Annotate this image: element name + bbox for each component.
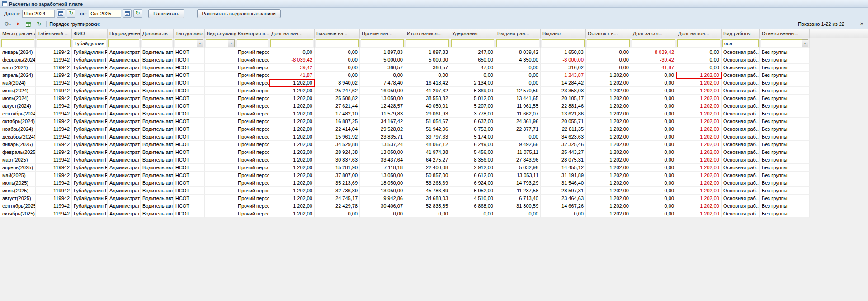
- cell-paid[interactable]: 34 623,63: [541, 133, 586, 141]
- cell-dept[interactable]: Администрати...: [108, 210, 141, 218]
- cell-total[interactable]: 22 400,08: [405, 164, 450, 172]
- cell-debt_end[interactable]: 0,00: [676, 56, 722, 64]
- cell-dept[interactable]: Администрати...: [108, 48, 141, 56]
- cell-paid[interactable]: 22 811,35: [541, 125, 586, 133]
- cell-month[interactable]: август(2025): [0, 195, 36, 202]
- filter-input-withheld[interactable]: [451, 39, 494, 47]
- cell-debt_start[interactable]: 1 202,00: [269, 187, 315, 195]
- cell-withheld[interactable]: 2 134,00: [450, 79, 495, 87]
- cell-responsible[interactable]: Без группы: [760, 210, 810, 218]
- cell-category[interactable]: Прочий персо...: [236, 148, 269, 156]
- cell-debt_start[interactable]: -39,42: [269, 64, 315, 72]
- cell-emp_kind[interactable]: [205, 210, 236, 218]
- cell-pos_type[interactable]: НСОТ: [174, 87, 205, 95]
- cell-work_kind[interactable]: Основная раб...: [722, 172, 760, 179]
- cell-total[interactable]: 0,00: [405, 72, 450, 79]
- cell-emp_kind[interactable]: [205, 118, 236, 125]
- cell-total[interactable]: 0,00: [405, 210, 450, 218]
- cell-base[interactable]: 8 940,02: [315, 79, 360, 87]
- filter-input-paid_earlier[interactable]: [496, 39, 539, 47]
- cell-paid[interactable]: 14 667,26: [541, 202, 586, 210]
- cell-tab_no[interactable]: 119942: [36, 172, 72, 179]
- cell-base[interactable]: 25 247,62: [315, 87, 360, 95]
- table-row[interactable]: май(2025)119942Губайдуллин Р...Администр…: [0, 172, 810, 179]
- cell-paid_earlier[interactable]: 5 032,96: [495, 164, 541, 172]
- cell-other[interactable]: 33 437,64: [360, 156, 405, 164]
- cell-category[interactable]: Прочий персо...: [236, 125, 269, 133]
- cell-remainder[interactable]: 1 202,00: [586, 179, 631, 187]
- filter-combo-trigger-responsible[interactable]: ▼: [802, 39, 808, 47]
- cell-pos_type[interactable]: НСОТ: [174, 179, 205, 187]
- cell-debt_employee[interactable]: 0,00: [631, 110, 676, 118]
- cell-pos_type[interactable]: НСОТ: [174, 110, 205, 118]
- cell-other[interactable]: 1 897,83: [360, 48, 405, 56]
- cell-fio[interactable]: Губайдуллин Р...: [72, 87, 108, 95]
- cell-withheld[interactable]: 3 778,00: [450, 110, 495, 118]
- cell-pos_type[interactable]: НСОТ: [174, 118, 205, 125]
- cell-pos_type[interactable]: НСОТ: [174, 187, 205, 195]
- cell-base[interactable]: 0,00: [315, 48, 360, 56]
- cell-dept[interactable]: Администрати...: [108, 164, 141, 172]
- cell-emp_kind[interactable]: [205, 87, 236, 95]
- cell-paid[interactable]: -8 000,00: [541, 56, 586, 64]
- cell-work_kind[interactable]: Основная раб...: [722, 187, 760, 195]
- cell-debt_start[interactable]: 1 202,00: [269, 133, 315, 141]
- cell-base[interactable]: 28 924,38: [315, 148, 360, 156]
- cell-paid[interactable]: 23 358,03: [541, 87, 586, 95]
- cell-pos_type[interactable]: НСОТ: [174, 64, 205, 72]
- calculate-selected-button[interactable]: Рассчитать выделенные записи: [197, 9, 281, 18]
- cell-position[interactable]: Водитель авто...: [141, 179, 174, 187]
- cell-month[interactable]: сентябрь(2025): [0, 202, 36, 210]
- cell-withheld[interactable]: 6 612,00: [450, 172, 495, 179]
- cell-remainder[interactable]: 1 202,00: [586, 133, 631, 141]
- cell-pos_type[interactable]: НСОТ: [174, 210, 205, 218]
- cell-responsible[interactable]: Без группы: [760, 118, 810, 125]
- cell-tab_no[interactable]: 119942: [36, 187, 72, 195]
- filter-input-debt_end[interactable]: [677, 39, 720, 47]
- filter-combo-trigger-pos_type[interactable]: ▼: [197, 39, 203, 47]
- cell-paid_earlier[interactable]: 31 300,59: [495, 202, 541, 210]
- export-table-button[interactable]: [24, 20, 33, 28]
- cell-other[interactable]: 13 050,00: [360, 187, 405, 195]
- cell-fio[interactable]: Губайдуллин Р...: [72, 187, 108, 195]
- cell-dept[interactable]: Администрати...: [108, 148, 141, 156]
- filter-input-responsible[interactable]: [761, 39, 802, 47]
- cell-fio[interactable]: Губайдуллин Р...: [72, 156, 108, 164]
- table-row[interactable]: август(2024)119942Губайдуллин Р...Админи…: [0, 102, 810, 110]
- cell-dept[interactable]: Администрати...: [108, 172, 141, 179]
- cell-base[interactable]: 34 529,88: [315, 141, 360, 148]
- cell-month[interactable]: июль(2025): [0, 187, 36, 195]
- table-row[interactable]: июнь(2025)119942Губайдуллин Р...Админист…: [0, 179, 810, 187]
- cell-total[interactable]: 40 050,01: [405, 102, 450, 110]
- cell-responsible[interactable]: Без группы: [760, 133, 810, 141]
- column-header-dept[interactable]: Подразделение: [108, 29, 141, 38]
- cell-work_kind[interactable]: Основная раб...: [722, 118, 760, 125]
- cell-debt_end[interactable]: 1 202,00: [676, 87, 722, 95]
- cell-debt_start[interactable]: 1 202,00: [269, 102, 315, 110]
- cell-fio[interactable]: Губайдуллин Р...: [72, 202, 108, 210]
- cell-position[interactable]: Водитель авто...: [141, 202, 174, 210]
- cell-other[interactable]: 13 050,00: [360, 172, 405, 179]
- cell-category[interactable]: Прочий персо...: [236, 164, 269, 172]
- cell-paid[interactable]: 14 455,12: [541, 164, 586, 172]
- cell-remainder[interactable]: 0,00: [586, 56, 631, 64]
- cell-total[interactable]: 51 054,67: [405, 118, 450, 125]
- cell-responsible[interactable]: Без группы: [760, 148, 810, 156]
- cell-withheld[interactable]: 6 868,00: [450, 202, 495, 210]
- close-button[interactable]: ✕: [859, 21, 865, 28]
- cell-tab_no[interactable]: 119942: [36, 64, 72, 72]
- cell-dept[interactable]: Администрати...: [108, 141, 141, 148]
- cell-work_kind[interactable]: Основная раб...: [722, 72, 760, 79]
- cell-work_kind[interactable]: Основная раб...: [722, 133, 760, 141]
- cell-total[interactable]: 45 786,89: [405, 187, 450, 195]
- cell-debt_end[interactable]: 1 202,00: [676, 210, 722, 218]
- cell-total[interactable]: 1 897,83: [405, 48, 450, 56]
- column-header-total[interactable]: Итого начисл...: [405, 29, 450, 38]
- cell-paid[interactable]: 32 325,46: [541, 141, 586, 148]
- cell-category[interactable]: Прочий персо...: [236, 202, 269, 210]
- cell-debt_start[interactable]: 1 202,00: [269, 195, 315, 202]
- cell-fio[interactable]: Губайдуллин Р...: [72, 102, 108, 110]
- cell-debt_end[interactable]: 1 202,00: [676, 148, 722, 156]
- cell-position[interactable]: Водитель авто...: [141, 210, 174, 218]
- cell-other[interactable]: 360,57: [360, 64, 405, 72]
